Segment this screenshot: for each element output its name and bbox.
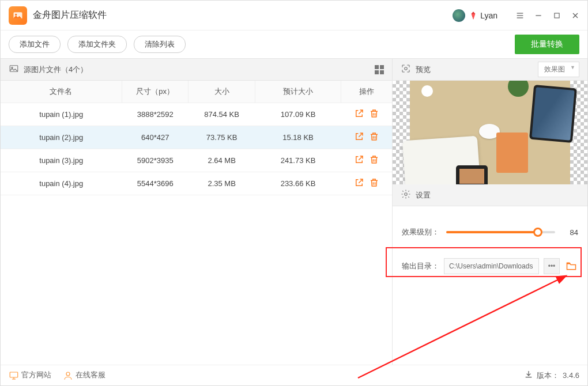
preview-header-label: 预览 <box>416 65 431 75</box>
output-row: 输出目录： C:\Users\admin\Downloads ••• <box>402 258 578 274</box>
cell-predicted: 107.09 KB <box>255 103 341 126</box>
official-site-link[interactable]: 官方网站 <box>9 370 51 381</box>
close-icon[interactable] <box>569 9 582 22</box>
menu-icon[interactable] <box>514 9 526 22</box>
gear-icon <box>401 189 411 201</box>
add-folder-button[interactable]: 添加文件夹 <box>67 36 127 53</box>
version-value: 3.4.6 <box>563 371 579 380</box>
open-external-icon[interactable] <box>354 181 364 190</box>
cell-size: 73.75 KB <box>189 126 255 149</box>
maximize-icon[interactable] <box>551 9 563 22</box>
svg-rect-6 <box>555 13 559 17</box>
cell-dimensions: 5544*3696 <box>122 172 188 195</box>
add-file-button[interactable]: 添加文件 <box>9 36 61 53</box>
preview-icon <box>401 63 411 75</box>
source-header: 源图片文件（4个） <box>1 59 392 81</box>
cell-size: 874.54 KB <box>189 103 255 126</box>
preview-image <box>393 81 587 184</box>
quality-value: 84 <box>562 228 578 237</box>
image-file-icon <box>9 63 19 75</box>
quality-row: 效果级别： 84 <box>402 227 578 237</box>
download-icon <box>524 370 533 381</box>
grid-view-icon[interactable] <box>375 65 384 74</box>
vip-gem-icon <box>469 11 478 20</box>
svg-point-12 <box>405 193 408 196</box>
col-size: 大小 <box>189 81 255 103</box>
batch-convert-button[interactable]: 批量转换 <box>515 35 579 54</box>
delete-icon[interactable] <box>369 158 379 166</box>
cell-predicted: 15.18 KB <box>255 126 341 149</box>
delete-icon[interactable] <box>369 181 379 190</box>
preview-mode-dropdown[interactable]: 效果图 <box>538 62 579 77</box>
right-pane: 预览 效果图 设置 <box>393 59 587 365</box>
table-row[interactable]: tupain (1).jpg3888*2592874.54 KB107.09 K… <box>1 103 392 126</box>
open-external-icon[interactable] <box>354 135 364 143</box>
main-area: 源图片文件（4个） 文件名 尺寸（px） 大小 预计大小 操作 tupain ( <box>1 58 587 365</box>
cell-filename: tupain (4).jpg <box>1 172 122 195</box>
svg-point-16 <box>66 372 70 376</box>
output-label: 输出目录： <box>402 261 439 271</box>
cell-size: 2.35 MB <box>189 172 255 195</box>
col-predicted: 预计大小 <box>255 81 341 103</box>
col-dimensions: 尺寸（px） <box>122 81 188 103</box>
open-folder-icon[interactable] <box>564 259 578 273</box>
table-row[interactable]: tupain (4).jpg5544*36962.35 MB233.66 KB <box>1 172 392 195</box>
minimize-icon[interactable] <box>532 9 545 22</box>
svg-point-11 <box>405 67 408 70</box>
open-external-icon[interactable] <box>354 158 364 166</box>
clear-list-button[interactable]: 清除列表 <box>134 36 186 53</box>
table-row[interactable]: tupain (3).jpg5902*39352.64 MB241.73 KB <box>1 149 392 172</box>
cell-filename: tupain (1).jpg <box>1 103 122 126</box>
cell-filename: tupain (2).jpg <box>1 126 122 149</box>
person-icon <box>63 370 73 381</box>
file-list-pane: 源图片文件（4个） 文件名 尺寸（px） 大小 预计大小 操作 tupain ( <box>1 59 393 365</box>
table-row[interactable]: tupain (2).jpg640*42773.75 KB15.18 KB <box>1 126 392 149</box>
titlebar: 金舟图片压缩软件 Lyan <box>1 1 587 31</box>
app-title: 金舟图片压缩软件 <box>33 9 107 21</box>
cell-size: 2.64 MB <box>189 149 255 172</box>
browse-button[interactable]: ••• <box>544 258 560 274</box>
app-logo <box>9 6 27 25</box>
col-actions: 操作 <box>341 81 392 103</box>
quality-slider[interactable] <box>446 231 555 233</box>
user-name[interactable]: Lyan <box>480 11 497 20</box>
svg-point-1 <box>15 13 17 15</box>
quality-label: 效果级别： <box>402 227 439 237</box>
cell-dimensions: 5902*3935 <box>122 149 188 172</box>
version-label: 版本： <box>537 370 559 381</box>
app-window: 金舟图片压缩软件 Lyan 添加文件 添加文件夹 清除列表 批量转换 <box>0 0 588 386</box>
settings-header-label: 设置 <box>416 190 431 200</box>
delete-icon[interactable] <box>369 112 379 120</box>
toolbar: 添加文件 添加文件夹 清除列表 批量转换 <box>1 31 587 58</box>
avatar[interactable] <box>453 9 465 22</box>
cell-dimensions: 640*427 <box>122 126 188 149</box>
source-header-label: 源图片文件（4个） <box>24 65 88 75</box>
preview-header: 预览 效果图 <box>393 59 587 81</box>
file-table: 文件名 尺寸（px） 大小 预计大小 操作 tupain (1).jpg3888… <box>1 81 392 195</box>
cell-filename: tupain (3).jpg <box>1 149 122 172</box>
open-external-icon[interactable] <box>354 112 364 120</box>
cell-predicted: 241.73 KB <box>255 149 341 172</box>
svg-rect-13 <box>10 372 18 377</box>
cell-predicted: 233.66 KB <box>255 172 341 195</box>
settings-header: 设置 <box>393 184 587 206</box>
cell-dimensions: 3888*2592 <box>122 103 188 126</box>
online-service-link[interactable]: 在线客服 <box>63 370 105 381</box>
footer: 官方网站 在线客服 版本： 3.4.6 <box>1 365 587 385</box>
delete-icon[interactable] <box>369 135 379 143</box>
col-filename: 文件名 <box>1 81 122 103</box>
settings-body: 效果级别： 84 输出目录： C:\Users\admin\Downloads … <box>393 206 587 282</box>
output-path-field[interactable]: C:\Users\admin\Downloads <box>444 258 539 274</box>
monitor-icon <box>9 370 19 381</box>
